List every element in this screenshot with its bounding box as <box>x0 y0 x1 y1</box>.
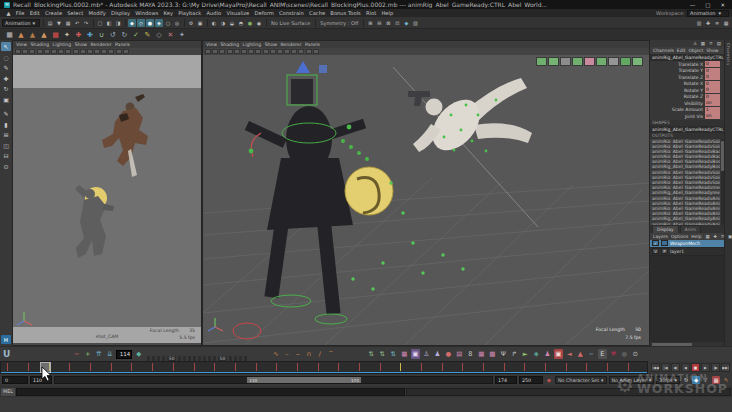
set-key-icon[interactable]: ◆ <box>545 376 553 384</box>
layer-menu-item[interactable]: Layers <box>653 234 668 239</box>
viewport-toolbar-icon[interactable] <box>248 49 254 54</box>
viewport-toolbar-icon[interactable] <box>65 49 71 54</box>
snap-icon[interactable]: ◈ <box>155 19 163 27</box>
status-right-icon[interactable]: ◆ <box>402 19 410 27</box>
viewport-toolbar-icon[interactable] <box>277 49 283 54</box>
anim-tool-icon[interactable]: ♙ <box>422 349 431 359</box>
minimize-button[interactable]: — <box>690 2 696 8</box>
viewport-menu-item[interactable]: Renderer <box>91 42 112 47</box>
layer-playback-box[interactable]: P <box>661 248 668 254</box>
hand-control-sphere[interactable] <box>345 167 393 215</box>
selection-mask-icon[interactable]: ▢ <box>96 19 104 27</box>
channel-value[interactable]: 1 <box>705 107 720 113</box>
current-frame-field[interactable]: 114 <box>116 350 132 359</box>
range-slider-handle[interactable]: 110 174 <box>247 377 361 383</box>
viewport-toolbar-icon[interactable] <box>306 49 312 54</box>
snap-icon[interactable]: ○ <box>164 19 172 27</box>
viewport-menu-item[interactable]: Panels <box>305 42 320 47</box>
anim-tool-icon[interactable]: ⇅ <box>367 349 376 359</box>
viewport-menu-item[interactable]: Show <box>265 42 277 47</box>
status-right-icon[interactable]: ⊠ <box>384 19 392 27</box>
menu-item[interactable]: Modify <box>86 10 108 16</box>
channel-box-menu-item[interactable]: Object <box>689 48 704 53</box>
viewport-toolbar-icon[interactable] <box>263 49 269 54</box>
playback-option-icon[interactable]: ↻ <box>682 376 690 384</box>
playback-end-field[interactable]: 174 <box>495 376 517 384</box>
viewport-toolbar-icon[interactable] <box>80 49 86 54</box>
snap-icon[interactable]: ◇ <box>137 19 145 27</box>
playback-button[interactable]: ■ <box>691 363 700 372</box>
animation-end-field[interactable]: 250 <box>519 376 543 384</box>
viewport-toolbar-icon[interactable] <box>94 49 100 54</box>
layer-menu-item[interactable]: Options <box>671 234 688 239</box>
left-viewport-canvas[interactable] <box>13 55 201 347</box>
channel-row[interactable]: Translate X 0 <box>650 61 724 68</box>
time-slider[interactable] <box>0 361 648 374</box>
channel-value[interactable]: 0 <box>705 94 720 100</box>
anim-tool-icon[interactable]: − <box>587 349 596 359</box>
layer-editor-icon[interactable]: ▦ <box>705 233 711 239</box>
channel-value[interactable]: 0 <box>705 81 720 87</box>
scrollbar[interactable] <box>721 139 724 225</box>
maximize-button[interactable]: ▢ <box>705 2 710 8</box>
anim-tool-icon[interactable]: ▤ <box>455 349 464 359</box>
viewport-toolbar-icon[interactable] <box>22 49 28 54</box>
playback-button[interactable]: ◀ <box>681 363 690 372</box>
tangent-type-icon[interactable]: ‾ <box>326 349 335 359</box>
symmetry-label[interactable]: Symmetry : Off <box>318 20 360 26</box>
live-surface-label[interactable]: No Live Surface <box>269 20 312 26</box>
viewport-toolbar-icon[interactable] <box>51 49 57 54</box>
shelf-icon[interactable]: ◇ <box>155 30 164 39</box>
channel-box-icon[interactable]: ▦ <box>700 41 706 47</box>
sidebar-toggle-icon[interactable]: ✚ <box>704 19 712 27</box>
playback-button[interactable]: |▶ <box>711 363 720 372</box>
status-right-icon[interactable]: ⊟ <box>375 19 383 27</box>
menu-item[interactable]: Help <box>379 10 396 16</box>
menu-set-dropdown[interactable]: Animation ▾ <box>2 19 40 27</box>
menu-item[interactable]: Audio <box>204 10 224 16</box>
viewport-toolbar-icon[interactable] <box>73 49 79 54</box>
menu-item[interactable]: Constrain <box>276 10 306 16</box>
layer-row-weaponmech[interactable]: ✓ WeaponMech <box>650 240 724 248</box>
channel-row[interactable]: Rotate X 0 <box>650 81 724 88</box>
layer-menu-item[interactable]: Help <box>691 234 701 239</box>
viewport-toolbar-icon[interactable] <box>227 49 233 54</box>
render-icon[interactable]: ◓ <box>237 19 245 27</box>
anim-tool-icon[interactable]: E <box>598 349 607 359</box>
viewport-menu-item[interactable]: Shading <box>220 42 239 47</box>
menu-item[interactable]: Select <box>65 10 86 16</box>
viewport-toolbar-icon[interactable] <box>219 49 225 54</box>
render-icon[interactable]: ◑ <box>219 19 227 27</box>
status-right-icon[interactable]: ⊡ <box>393 19 401 27</box>
history-icon[interactable]: ⚙ <box>187 19 195 27</box>
file-op-icon[interactable]: ▤ <box>46 19 54 27</box>
anim-tool-icon[interactable]: ◄ <box>565 349 574 359</box>
viewport-toolbar-icon[interactable] <box>29 49 35 54</box>
channel-box-icon[interactable]: ♙ <box>692 41 698 47</box>
channel-value[interactable]: 0 <box>705 68 720 74</box>
layer-playback-box[interactable] <box>661 240 668 246</box>
shelf-icon[interactable]: ↺ <box>109 30 118 39</box>
shelf-icon[interactable]: ■ <box>51 30 60 39</box>
layout-button[interactable]: ⊞ <box>1 130 11 139</box>
animation-start-field[interactable]: 0 <box>2 376 28 384</box>
shelf-icon[interactable]: ↻ <box>120 30 129 39</box>
render-icon[interactable]: ◒ <box>228 19 236 27</box>
anim-tool-icon[interactable]: ⇅ <box>378 349 387 359</box>
anim-tool-icon[interactable]: ▲ <box>576 349 585 359</box>
channel-value[interactable]: on <box>705 100 720 106</box>
shelf-icon[interactable]: ▲ <box>28 30 37 39</box>
workspace-dropdown[interactable]: Animation ▾ <box>687 10 729 17</box>
character-set-dropdown[interactable]: No Character Set ▾ <box>555 376 607 384</box>
picker-swatch[interactable] <box>620 57 631 66</box>
sidebar-toggle-icon[interactable]: ≡ <box>713 19 721 27</box>
menu-item[interactable]: Playback <box>176 10 204 16</box>
picker-swatch[interactable] <box>572 57 583 66</box>
menu-item[interactable]: Windows <box>133 10 161 16</box>
menu-item[interactable]: Riot <box>363 10 378 16</box>
viewport-toolbar-icon[interactable] <box>212 49 218 54</box>
key-edit-button[interactable]: − <box>72 349 81 359</box>
picker-swatch[interactable] <box>548 57 559 66</box>
status-right-icon[interactable]: ▧ <box>411 19 419 27</box>
viewport-toolbar-icon[interactable] <box>313 49 319 54</box>
